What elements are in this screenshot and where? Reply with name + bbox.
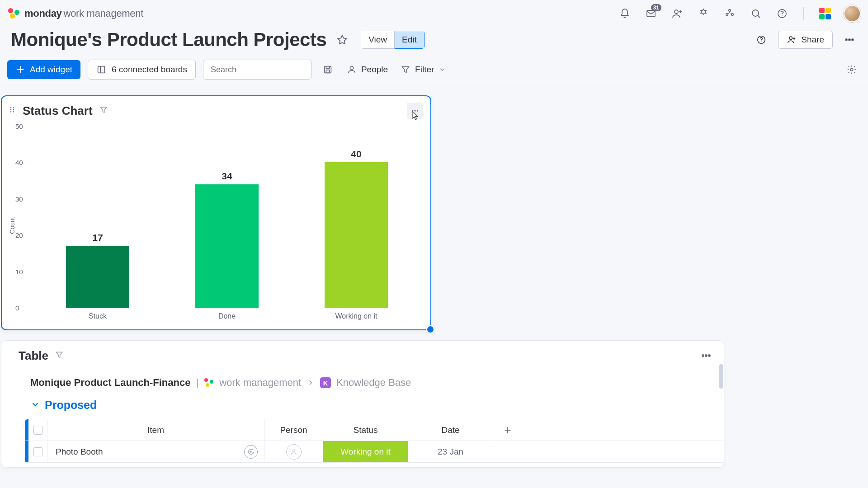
workspaces-icon[interactable]	[722, 6, 737, 21]
chart-widget-title[interactable]: Status Chart	[23, 104, 93, 118]
svg-point-28	[417, 110, 418, 111]
dashboard-settings-icon[interactable]	[843, 61, 861, 79]
group-name[interactable]: Proposed	[45, 399, 97, 412]
table-filter-icon[interactable]	[55, 350, 64, 361]
svg-point-11	[845, 39, 847, 41]
chart-bar[interactable]: 17	[66, 246, 129, 308]
breadcrumb-folder[interactable]: Knowledge Base	[336, 377, 411, 389]
chart-bar[interactable]: 34	[195, 184, 259, 308]
table-widget-menu-icon[interactable]	[698, 348, 714, 363]
connected-boards-label: 6 connected boards	[112, 65, 187, 75]
people-filter-button[interactable]: People	[344, 61, 391, 78]
cell-item-text: Photo Booth	[56, 447, 103, 457]
resize-handle[interactable]	[426, 325, 435, 334]
svg-point-29	[702, 355, 704, 357]
chart-bar-value: 17	[66, 232, 129, 243]
table-widget-title[interactable]: Table	[19, 349, 48, 363]
svg-point-32	[292, 450, 295, 452]
svg-point-13	[852, 39, 854, 41]
column-header-person[interactable]: Person	[264, 419, 323, 441]
table-grid: Item Person Status Date Photo Booth	[25, 419, 724, 463]
add-widget-button[interactable]: Add widget	[7, 60, 80, 79]
inbox-icon[interactable]: 31	[643, 6, 659, 21]
svg-point-25	[13, 111, 14, 113]
help-icon[interactable]	[774, 6, 790, 21]
svg-point-30	[705, 355, 707, 357]
svg-point-10	[789, 37, 792, 39]
cell-person[interactable]	[264, 441, 323, 462]
page-header: Monique's Product Launch Projects View E…	[0, 27, 868, 56]
breadcrumb-workspace[interactable]: work management	[219, 377, 301, 389]
chart-bar-value: 34	[195, 171, 259, 182]
group-header[interactable]: Proposed	[1, 392, 724, 416]
svg-point-12	[849, 39, 850, 41]
chart-ylabel: Count	[9, 217, 16, 234]
connected-boards-button[interactable]: 6 connected boards	[88, 60, 196, 80]
invite-members-icon[interactable]	[670, 6, 685, 21]
dashboard-help-icon[interactable]	[754, 32, 769, 47]
chevron-down-icon	[439, 66, 446, 73]
breadcrumb-board-name[interactable]: Monique Product Launch-Finance	[30, 377, 190, 389]
dashboard-canvas: Status Chart Count 01020304050173440 Stu…	[0, 88, 868, 95]
brand-text: mondaywork management	[24, 8, 143, 19]
apps-icon[interactable]	[696, 6, 711, 21]
cell-status[interactable]: Working on it	[323, 441, 408, 462]
svg-point-31	[708, 355, 710, 357]
svg-point-5	[752, 10, 759, 16]
svg-point-9	[761, 42, 762, 42]
filter-button[interactable]: Filter	[398, 61, 448, 78]
save-icon[interactable]	[319, 61, 337, 79]
search-input[interactable]	[208, 65, 318, 75]
svg-point-27	[414, 110, 415, 111]
brand-logo-icon	[7, 7, 20, 20]
scrollbar-thumb[interactable]	[719, 364, 723, 389]
cell-date[interactable]: 23 Jan	[408, 441, 493, 462]
row-checkbox[interactable]	[28, 441, 47, 462]
svg-point-24	[10, 111, 12, 113]
dashboard-menu-icon[interactable]	[842, 32, 857, 47]
chart-xlabel: Working on it	[325, 312, 388, 320]
chart-body: Count 01020304050173440 StuckDoneWorking…	[2, 122, 430, 329]
chart-bar[interactable]: 40	[325, 162, 388, 308]
status-chart-widget: Status Chart Count 01020304050173440 Stu…	[1, 95, 431, 330]
select-all-checkbox[interactable]	[28, 419, 47, 441]
chevron-right-icon	[307, 379, 315, 387]
person-empty-icon	[286, 444, 302, 460]
inbox-badge: 31	[651, 4, 661, 11]
people-label: People	[361, 65, 388, 75]
svg-point-21	[13, 107, 14, 108]
product-switcher-icon[interactable]	[817, 6, 833, 21]
svg-rect-17	[326, 70, 329, 73]
table-widget: Table Monique Product Launch-Finance | w…	[1, 340, 724, 468]
group-collapse-icon[interactable]	[30, 399, 40, 411]
search-everything-icon[interactable]	[748, 6, 764, 21]
column-header-date[interactable]: Date	[408, 419, 493, 441]
cell-item[interactable]: Photo Booth	[47, 441, 264, 462]
chart-xlabel: Stuck	[66, 312, 129, 320]
dashboard-toolbar: Add widget 6 connected boards People Fil…	[0, 56, 868, 88]
filter-label: Filter	[415, 65, 434, 75]
share-button[interactable]: Share	[778, 31, 833, 49]
chart-filter-icon[interactable]	[99, 105, 108, 116]
add-widget-label: Add widget	[30, 65, 72, 75]
svg-rect-16	[325, 66, 331, 73]
page-title: Monique's Product Launch Projects	[11, 29, 326, 51]
notifications-icon[interactable]	[617, 6, 632, 21]
chart-widget-menu-button[interactable]	[407, 103, 423, 119]
top-nav: mondaywork management 31	[0, 0, 868, 27]
user-avatar[interactable]	[844, 5, 861, 22]
drag-handle-icon[interactable]	[8, 106, 16, 116]
column-header-item[interactable]: Item	[47, 419, 264, 441]
add-column-button[interactable]	[493, 419, 522, 441]
favorite-star-icon[interactable]	[335, 32, 350, 47]
brand[interactable]: mondaywork management	[7, 7, 143, 20]
open-item-updates-icon[interactable]	[244, 445, 258, 459]
svg-point-18	[350, 66, 353, 70]
view-button[interactable]: View	[361, 31, 395, 49]
column-header-status[interactable]: Status	[323, 419, 408, 441]
edit-button[interactable]: Edit	[395, 31, 425, 49]
brand-bold: monday	[24, 8, 62, 19]
search-box[interactable]	[203, 60, 311, 80]
workspace-logo-icon	[204, 378, 214, 388]
chart-xlabel: Done	[195, 312, 259, 320]
